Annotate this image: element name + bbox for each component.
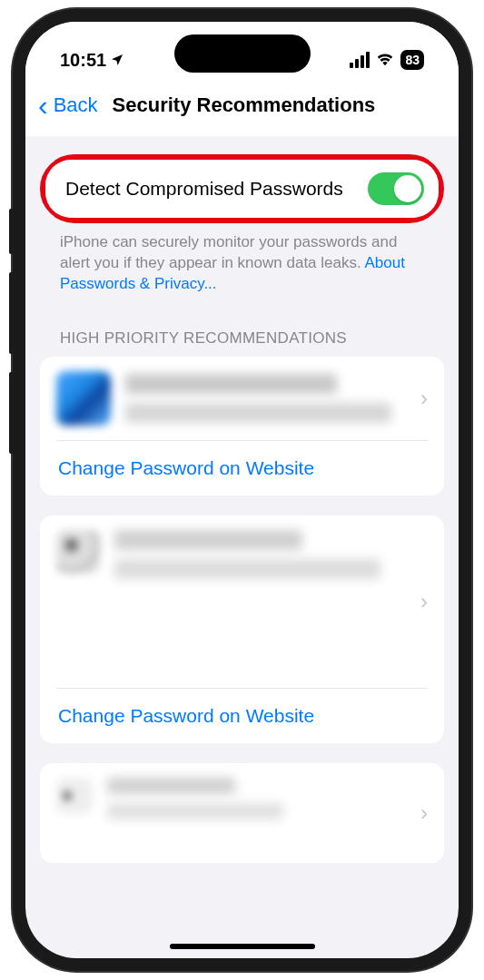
section-header: HIGH PRIORITY RECOMMENDATIONS [40,295,444,357]
recommendation-row[interactable]: › [40,515,444,688]
detect-compromised-toggle[interactable] [368,172,424,205]
detect-compromised-row[interactable]: Detect Compromised Passwords [45,160,439,218]
back-button[interactable]: Back [54,93,98,117]
recommendation-card: › Change Password on Website [40,515,444,743]
highlight-annotation: Detect Compromised Passwords [40,154,444,223]
chevron-right-icon: › [420,800,428,826]
helper-text: iPhone can securely monitor your passwor… [40,223,444,295]
recommendation-row[interactable]: › [40,357,444,440]
site-favicon [56,778,93,814]
nav-bar: ‹ Back Security Recommendations [25,78,459,136]
status-time: 10:51 [60,50,124,71]
blurred-content [125,374,428,423]
screen: 10:51 83 ‹ Back Security Recommendations [25,22,459,958]
change-password-link[interactable]: Change Password on Website [40,441,444,495]
toggle-label: Detect Compromised Passwords [65,178,343,200]
blurred-content [107,778,428,819]
recommendation-row[interactable]: › [40,763,444,863]
site-favicon [56,530,100,573]
recommendation-card: › [40,763,444,863]
back-chevron-icon[interactable]: ‹ [38,91,48,120]
phone-frame: 10:51 83 ‹ Back Security Recommendations [13,9,471,971]
home-indicator[interactable] [170,944,315,949]
time-label: 10:51 [60,50,106,71]
recommendation-card: › Change Password on Website [40,357,444,495]
chevron-right-icon: › [420,589,428,614]
content: Detect Compromised Passwords iPhone can … [25,136,459,863]
site-favicon [56,371,111,426]
helper-body: iPhone can securely monitor your passwor… [60,233,397,271]
battery-icon: 83 [400,50,424,70]
change-password-link[interactable]: Change Password on Website [40,689,444,743]
location-icon [110,53,124,67]
battery-level: 83 [405,53,420,67]
page-title: Security Recommendations [113,93,376,117]
blurred-content [114,530,428,579]
wifi-icon [375,50,395,70]
dynamic-island [174,34,311,73]
status-icons: 83 [350,50,424,70]
chevron-right-icon: › [420,386,428,411]
cellular-icon [350,52,370,68]
